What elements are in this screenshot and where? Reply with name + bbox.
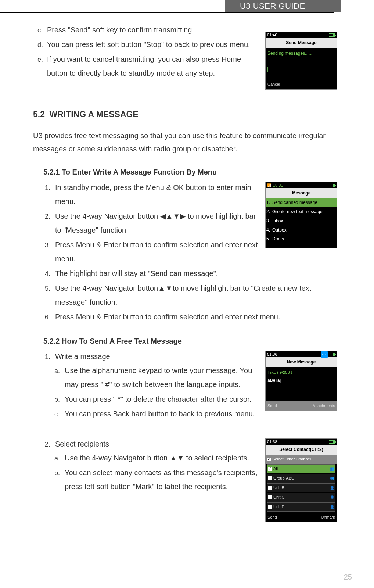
checkbox-icon xyxy=(267,458,271,461)
softkey-row: Send Unmark xyxy=(266,512,337,522)
page-header: U3 USER GUIDE xyxy=(225,0,341,12)
item-marker: e. xyxy=(37,53,47,66)
status-bar: 📶 18:30 xyxy=(266,182,337,188)
screen-body: 1.Send canned message 2.Greate new text … xyxy=(266,198,337,244)
device-screen: 📶 18:30 Message 1.Send canned message 2.… xyxy=(265,182,337,248)
screen-body: Text: ( 9/256 ) aBella xyxy=(266,367,337,401)
page-number: 25 xyxy=(344,573,352,581)
screen-title: Send Message xyxy=(266,38,337,48)
item-text: You can press left soft button "Stop" to… xyxy=(47,40,250,49)
screenshot-message-menu: 📶 18:30 Message 1.Send canned message 2.… xyxy=(265,182,337,248)
status-bar: 01:38 xyxy=(266,439,337,445)
list-item: 6.Press Menu & Enter button to confirm s… xyxy=(55,310,337,324)
contact-header: Select Other Channel xyxy=(266,455,337,464)
list-item: 4.The highlight bar will stay at "Send c… xyxy=(55,266,337,280)
battery-icon xyxy=(329,33,335,37)
header-title: U3 USER GUIDE xyxy=(240,1,305,11)
screenshot-send-message: 01:40 Send Message Sending messages.....… xyxy=(265,32,337,90)
item-text: Press Menu & Enter button to confirm sel… xyxy=(55,313,280,321)
battery-icon xyxy=(329,440,335,444)
status-text: Sending messages...... xyxy=(267,49,335,58)
contact-row: Unit B👤 xyxy=(267,483,335,492)
clock: 01:40 xyxy=(267,31,277,39)
item-text: Press "Send" soft key to confirm transmi… xyxy=(47,26,194,34)
item-text: Use the 4-way Navigator button ◀▲▼▶ to m… xyxy=(55,212,256,234)
battery-icon xyxy=(329,184,335,187)
softkey-row: Send Attachments xyxy=(266,401,337,411)
menu-item: 1.Send canned message xyxy=(266,198,337,207)
checkbox-icon xyxy=(268,476,272,480)
section-title: WRITING A MESSAGE xyxy=(49,110,138,119)
menu-item: 4.Outbox xyxy=(266,226,337,235)
section-intro: U3 provides free text messaging so that … xyxy=(33,129,337,155)
softkey-left: Send xyxy=(267,402,277,410)
person-icon: 👤 xyxy=(330,484,334,491)
contact-row: Unit D👤 xyxy=(267,502,335,512)
list-item: 5.Use the 4-way Navigator button▲▼to mov… xyxy=(55,281,337,309)
item-text: Write a message xyxy=(55,352,110,361)
item-text: Use the 4-way Navigator button ▲▼ to sel… xyxy=(65,454,249,462)
person-icon: 👤 xyxy=(330,494,334,501)
item-text: You can press Back hard button to back t… xyxy=(65,410,255,418)
subsection-heading: 5.2.1 To Enter Write A Message Function … xyxy=(33,165,337,179)
menu-item: 5.Drafts xyxy=(266,234,337,244)
checkbox-icon xyxy=(268,495,272,499)
softkey-row: Cancel xyxy=(266,79,337,89)
item-marker: d. xyxy=(37,39,47,51)
clock: 18:30 xyxy=(273,182,283,189)
input-mode-badge: abc xyxy=(321,351,328,358)
menu-item: 2.Greate new text message xyxy=(266,207,337,216)
item-text: In standby mode, press the Menu & OK but… xyxy=(55,183,251,205)
clock: 01:38 xyxy=(267,438,277,446)
page-content: 01:40 Send Message Sending messages.....… xyxy=(0,0,374,522)
device-screen: 01:38 Select Contact(CH:2) Select Other … xyxy=(265,438,337,522)
group-icon: 👥 xyxy=(330,465,334,472)
screen-body: Sending messages...... xyxy=(266,48,337,79)
status-bar: 01:36 abc xyxy=(266,351,337,357)
signal-icon: 📶 xyxy=(267,182,271,189)
section-number: 5.2 xyxy=(33,110,45,119)
section-heading: 5.2 WRITING A MESSAGE xyxy=(33,107,337,123)
softkey-right: Attachments xyxy=(313,402,335,410)
menu-item: 3.Inbox xyxy=(266,216,337,226)
nav-arrows-icon: ▲▼ xyxy=(158,284,173,292)
group-icon: 👥 xyxy=(330,475,334,482)
header-rule xyxy=(0,12,334,13)
device-screen: 01:36 abc New Message Text: ( 9/256 ) aB… xyxy=(265,351,337,411)
progress-bar xyxy=(267,67,335,72)
contact-row: Unit C👤 xyxy=(267,493,335,502)
screen-title: Message xyxy=(266,188,337,198)
item-text: The highlight bar will stay at "Send can… xyxy=(55,269,218,277)
item-text: If you want to cancel transmitting, you … xyxy=(47,55,241,77)
person-icon: 👤 xyxy=(330,503,334,510)
item-text: Press Menu & Enter button to confirm sel… xyxy=(55,241,258,263)
softkey-left: Cancel xyxy=(267,80,280,88)
nav-arrows-icon: ◀▲▼▶ xyxy=(160,212,186,220)
char-counter: Text: ( 9/256 ) xyxy=(267,369,335,376)
screen-title: New Message xyxy=(266,357,337,367)
contact-row: Group(ABC)👥 xyxy=(267,474,335,483)
item-text: Use the alphanumeric keypad to write you… xyxy=(65,366,252,388)
checkbox-icon xyxy=(268,467,272,471)
item-text: You can press " *" to delete the charact… xyxy=(65,395,251,403)
nav-arrows-icon: ▲▼ xyxy=(170,454,184,462)
battery-icon xyxy=(329,353,335,356)
screenshot-select-contact: 01:38 Select Contact(CH:2) Select Other … xyxy=(265,438,337,522)
checkbox-icon xyxy=(268,505,272,509)
contact-list: All👥 Group(ABC)👥 Unit B👤 Unit C👤 Unit D👤 xyxy=(266,464,337,512)
item-marker: c. xyxy=(37,24,47,36)
screenshot-new-message: 01:36 abc New Message Text: ( 9/256 ) aB… xyxy=(265,351,337,411)
item-text: Use the 4-way Navigator button▲▼to move … xyxy=(55,284,311,306)
softkey-right: Unmark xyxy=(321,513,335,521)
subsection-heading: 5.2.2 How To Send A Free Text Message xyxy=(33,334,337,348)
contact-row: All👥 xyxy=(267,464,335,473)
softkey-left: Send xyxy=(267,513,277,521)
clock: 01:36 xyxy=(267,351,277,358)
device-screen: 01:40 Send Message Sending messages.....… xyxy=(265,32,337,90)
status-bar: 01:40 xyxy=(266,32,337,38)
item-text: You can select many contacts as this mes… xyxy=(65,469,257,491)
message-text: aBella xyxy=(267,376,335,385)
checkbox-icon xyxy=(268,486,272,490)
item-text: Select recipients xyxy=(55,440,109,448)
screen-title: Select Contact(CH:2) xyxy=(266,445,337,455)
